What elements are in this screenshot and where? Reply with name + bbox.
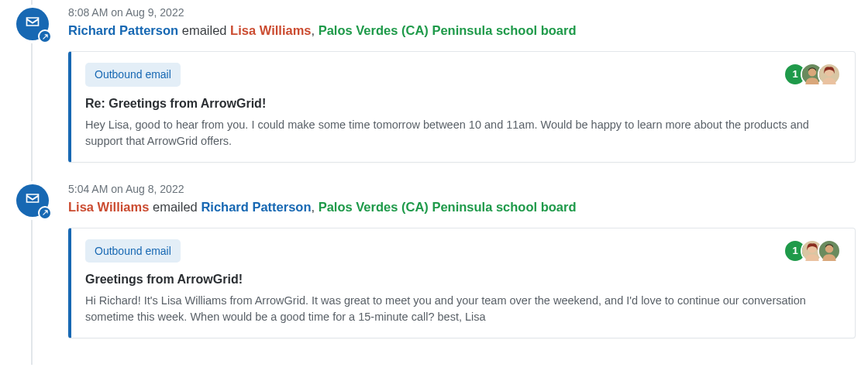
card-header: Outbound email 1	[85, 63, 841, 86]
summary-verb: emailed	[153, 200, 198, 214]
outbound-email-tag: Outbound email	[85, 63, 181, 86]
activity-icon-container	[16, 184, 49, 217]
avatar	[818, 63, 841, 86]
email-body-preview: Hey Lisa, good to hear from you. I could…	[85, 117, 841, 149]
recipient-link[interactable]: Lisa Williams	[230, 23, 311, 37]
recipient-link[interactable]: Palos Verdes (CA) Peninsula school board	[319, 200, 577, 214]
activity-entry: 5:04 AM on Aug 8, 2022 Lisa Williams ema…	[12, 181, 856, 339]
actor-link[interactable]: Richard Patterson	[68, 23, 178, 37]
email-card[interactable]: Outbound email 1 Re: Greetings from Arro…	[68, 51, 856, 163]
email-icon	[25, 14, 40, 34]
email-card[interactable]: Outbound email 1 Greetings from ArrowGri…	[68, 228, 856, 339]
activity-summary: Richard Patterson emailed Lisa Williams,…	[68, 22, 856, 40]
timestamp: 8:08 AM on Aug 9, 2022	[68, 5, 856, 20]
activity-entry: 8:08 AM on Aug 9, 2022 Richard Patterson…	[12, 5, 856, 163]
summary-verb: emailed	[182, 23, 227, 37]
outbound-arrow-icon	[38, 206, 52, 220]
activity-icon-container	[16, 8, 49, 40]
card-header: Outbound email 1	[85, 239, 841, 263]
email-subject: Greetings from ArrowGrid!	[85, 270, 841, 288]
activity-summary: Lisa Williams emailed Richard Patterson,…	[68, 198, 856, 217]
separator: ,	[312, 23, 319, 37]
avatar-stack[interactable]: 1	[790, 63, 841, 86]
outbound-arrow-icon	[38, 29, 52, 43]
recipient-link[interactable]: Richard Patterson	[201, 200, 311, 214]
outbound-email-tag: Outbound email	[85, 239, 181, 263]
email-icon	[25, 191, 40, 211]
avatar-stack[interactable]: 1	[790, 239, 841, 263]
actor-link[interactable]: Lisa Williams	[68, 200, 149, 214]
separator: ,	[312, 200, 319, 214]
activity-feed: 8:08 AM on Aug 9, 2022 Richard Patterson…	[0, 0, 868, 365]
email-body-preview: Hi Richard! It's Lisa Williams from Arro…	[85, 293, 841, 325]
email-subject: Re: Greetings from ArrowGrid!	[85, 94, 841, 112]
timestamp: 5:04 AM on Aug 8, 2022	[68, 181, 856, 197]
recipient-link[interactable]: Palos Verdes (CA) Peninsula school board	[319, 23, 577, 37]
avatar	[818, 239, 841, 263]
